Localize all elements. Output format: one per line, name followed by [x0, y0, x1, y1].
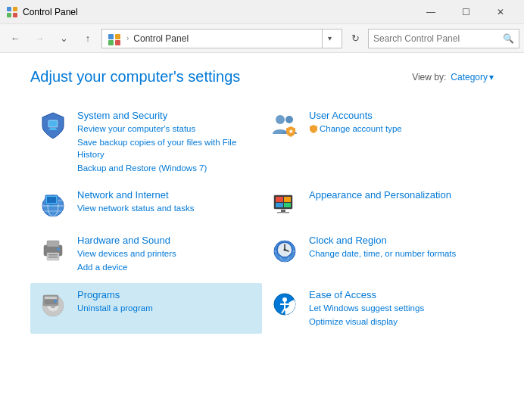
- svg-rect-20: [47, 197, 56, 203]
- svg-rect-3: [13, 13, 17, 17]
- clock-region-link-1[interactable]: Change date, time, or number formats: [309, 247, 456, 260]
- svg-rect-5: [115, 34, 120, 39]
- search-input[interactable]: [373, 33, 500, 44]
- svg-rect-26: [284, 203, 291, 207]
- svg-text:★: ★: [289, 129, 294, 134]
- system-security-link-3[interactable]: Backup and Restore (Windows 7): [77, 162, 254, 174]
- svg-point-34: [57, 247, 60, 250]
- view-by-control: View by: Category ▾: [412, 72, 494, 82]
- system-security-name[interactable]: System and Security: [77, 110, 254, 121]
- hardware-sound-icon: [38, 235, 68, 265]
- network-internet-name[interactable]: Network and Internet: [77, 189, 194, 201]
- hardware-sound-link-1[interactable]: View devices and printers: [77, 247, 176, 260]
- svg-rect-21: [50, 205, 53, 207]
- programs-text: Programs Uninstall a program: [77, 289, 153, 314]
- programs-link-1[interactable]: Uninstall a program: [77, 302, 153, 314]
- address-text: Control Panel: [133, 33, 189, 44]
- ease-of-access-icon: [270, 289, 300, 319]
- svg-rect-28: [277, 212, 289, 213]
- category-network-internet[interactable]: Network and Internet View network status…: [30, 183, 262, 226]
- appearance-text: Appearance and Personalization: [309, 189, 451, 201]
- appearance-icon: [270, 189, 300, 219]
- system-security-link-2[interactable]: Save backup copies of your files with Fi…: [77, 136, 254, 160]
- svg-rect-6: [108, 40, 114, 45]
- address-dropdown-button[interactable]: ▾: [322, 29, 337, 48]
- svg-rect-0: [7, 7, 11, 11]
- category-system-security[interactable]: System and Security Review your computer…: [30, 104, 262, 180]
- close-button[interactable]: ✕: [483, 0, 518, 24]
- maximize-button[interactable]: ☐: [448, 0, 483, 24]
- ease-of-access-name[interactable]: Ease of Access: [309, 289, 424, 300]
- network-internet-icon: [38, 189, 68, 219]
- programs-icon: [38, 289, 68, 319]
- svg-rect-27: [281, 210, 285, 212]
- window-title: Control Panel: [23, 7, 413, 17]
- svg-rect-25: [276, 203, 283, 207]
- svg-point-11: [276, 115, 285, 124]
- user-accounts-text: User Accounts Change account type: [309, 110, 402, 136]
- search-box[interactable]: 🔍: [368, 29, 519, 48]
- user-accounts-link-1[interactable]: Change account type: [309, 123, 402, 136]
- category-hardware-sound[interactable]: Hardware and Sound View devices and prin…: [30, 229, 262, 279]
- category-appearance[interactable]: Appearance and Personalization: [262, 183, 494, 226]
- address-chevron: ›: [126, 34, 129, 42]
- hardware-sound-link-2[interactable]: Add a device: [77, 261, 176, 273]
- category-clock-region[interactable]: Clock and Region Change date, time, or n…: [262, 229, 494, 279]
- page-header: Adjust your computer's settings View by:…: [30, 68, 494, 86]
- search-icon[interactable]: 🔍: [503, 33, 514, 44]
- view-by-arrow: ▾: [489, 72, 494, 82]
- svg-rect-24: [284, 197, 291, 202]
- svg-rect-2: [7, 13, 11, 17]
- refresh-button[interactable]: ↻: [345, 29, 365, 48]
- user-accounts-name[interactable]: User Accounts: [309, 110, 402, 121]
- svg-rect-32: [48, 254, 58, 256]
- clock-region-name[interactable]: Clock and Region: [309, 235, 456, 246]
- svg-rect-8: [48, 120, 58, 127]
- address-bar: ← → ⌄ ↑ › Control Panel ▾ ↻ 🔍: [0, 24, 524, 53]
- svg-rect-7: [115, 40, 120, 45]
- main-content: Adjust your computer's settings View by:…: [0, 53, 524, 349]
- up-button[interactable]: ↑: [77, 28, 98, 49]
- system-security-link-1[interactable]: Review your computer's status: [77, 123, 254, 135]
- minimize-button[interactable]: —: [413, 0, 448, 24]
- appearance-name[interactable]: Appearance and Personalization: [309, 189, 451, 201]
- svg-rect-30: [47, 241, 59, 247]
- system-security-icon: [38, 110, 68, 140]
- shield-small-icon: [309, 124, 318, 133]
- svg-rect-10: [48, 129, 58, 130]
- category-ease-of-access[interactable]: Ease of Access Let Windows suggest setti…: [262, 283, 494, 334]
- ease-of-access-link-1[interactable]: Let Windows suggest settings: [309, 302, 424, 314]
- svg-point-12: [285, 116, 293, 123]
- network-internet-link-1[interactable]: View network status and tasks: [77, 202, 194, 214]
- ease-of-access-text: Ease of Access Let Windows suggest setti…: [309, 289, 424, 328]
- view-by-dropdown[interactable]: Category ▾: [451, 72, 494, 82]
- category-user-accounts[interactable]: ★ User Accounts Change account type: [262, 104, 494, 180]
- title-bar: Control Panel — ☐ ✕: [0, 0, 524, 24]
- view-by-label: View by:: [412, 72, 446, 82]
- address-bar-icon: [107, 31, 122, 46]
- window-controls: — ☐ ✕: [413, 0, 518, 24]
- svg-point-49: [54, 300, 57, 303]
- hardware-sound-name[interactable]: Hardware and Sound: [77, 235, 176, 246]
- app-icon: [6, 6, 18, 18]
- user-accounts-icon: ★: [270, 110, 300, 140]
- clock-region-text: Clock and Region Change date, time, or n…: [309, 235, 456, 260]
- recent-locations-button[interactable]: ⌄: [53, 28, 74, 49]
- categories-grid: System and Security Review your computer…: [30, 104, 494, 334]
- category-programs[interactable]: Programs Uninstall a program: [30, 283, 262, 334]
- network-internet-text: Network and Internet View network status…: [77, 189, 194, 214]
- svg-rect-33: [48, 257, 58, 258]
- programs-name[interactable]: Programs: [77, 289, 153, 300]
- clock-region-icon: [270, 235, 300, 265]
- svg-rect-1: [13, 7, 17, 11]
- svg-rect-47: [45, 297, 57, 299]
- svg-rect-23: [276, 197, 283, 202]
- forward-button[interactable]: →: [29, 28, 50, 49]
- address-field[interactable]: › Control Panel ▾: [101, 29, 342, 48]
- ease-of-access-link-2[interactable]: Optimize visual display: [309, 316, 424, 328]
- view-by-value-text: Category: [451, 72, 488, 82]
- system-security-text: System and Security Review your computer…: [77, 110, 254, 174]
- svg-rect-4: [108, 34, 114, 39]
- svg-rect-9: [50, 128, 56, 129]
- back-button[interactable]: ←: [5, 28, 26, 49]
